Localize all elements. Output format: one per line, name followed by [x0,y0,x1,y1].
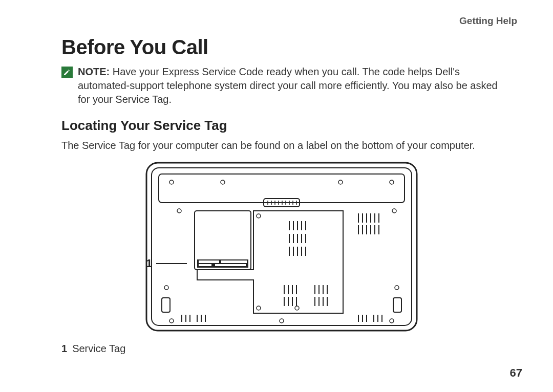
svg-point-25 [392,209,396,213]
laptop-bottom-diagram [143,160,420,334]
svg-point-26 [164,286,168,290]
svg-rect-16 [221,260,247,263]
svg-rect-17 [199,264,211,266]
note-icon [61,67,73,78]
header-section: Getting Help [31,15,517,27]
svg-rect-0 [146,163,417,331]
legend-row: 1Service Tag [61,343,522,355]
callout-leader-line [156,263,187,264]
callout-1: 1 [146,257,187,270]
body-text: The Service Tag for your computer can be… [61,140,502,151]
svg-point-27 [395,286,399,290]
svg-rect-33 [162,298,170,312]
svg-point-20 [221,180,225,184]
note-block: NOTE: Have your Express Service Code rea… [61,65,502,106]
svg-rect-15 [199,260,219,263]
legend-label: Service Tag [72,343,125,354]
svg-rect-18 [215,264,246,266]
svg-point-22 [390,180,394,184]
note-body-text: Have your Express Service Code ready whe… [78,66,498,105]
svg-point-21 [338,180,343,184]
diagram-container: 1 [61,160,502,336]
svg-point-28 [257,306,261,310]
sub-heading: Locating Your Service Tag [61,118,522,134]
svg-point-23 [177,209,181,213]
svg-point-29 [295,306,299,310]
note-label: NOTE: [78,66,110,77]
page-title: Before You Call [61,36,522,59]
svg-point-24 [257,214,261,218]
svg-point-32 [280,319,284,323]
svg-point-31 [390,319,394,323]
svg-point-30 [169,319,174,323]
svg-rect-34 [393,298,401,312]
note-text: NOTE: Have your Express Service Code rea… [78,65,502,106]
page-number: 67 [510,366,522,380]
callout-number: 1 [146,257,152,270]
svg-rect-1 [152,168,412,325]
legend-number: 1 [61,343,67,354]
svg-point-19 [169,180,174,184]
